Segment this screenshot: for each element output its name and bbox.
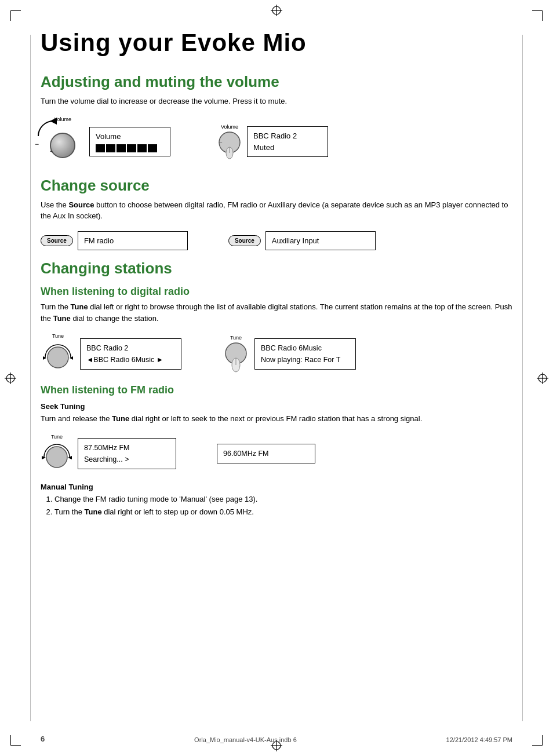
vol-bar-2 <box>106 144 115 152</box>
volume-display: Volume <box>89 127 170 157</box>
seek-after: dial right or left to seek to the next o… <box>129 414 422 423</box>
source-heading: Change source <box>41 177 512 195</box>
digital-tune-label: Tune <box>52 333 64 339</box>
reg-mark-right <box>537 372 548 384</box>
footer: 6 Orla_Mio_manual-v4-UK-Aus.indb 6 12/21… <box>0 735 553 743</box>
volume-dial-item: Volume <box>41 116 170 167</box>
manual-list: Change the FM radio tuning mode to 'Manu… <box>54 494 512 519</box>
source-body: Use the Source button to choose between … <box>41 199 512 222</box>
mute-display: BBC Radio 2 Muted <box>247 126 328 157</box>
svg-text:−: − <box>219 139 223 145</box>
volume-illustrations: Volume <box>41 116 512 167</box>
page: Using your Evoke Mio Adjusting and mutin… <box>0 0 553 756</box>
volume-dial-wrap: Volume <box>41 116 85 167</box>
source-fm-display: FM radio <box>78 231 188 251</box>
source-aux-item: Source Auxiliary Input <box>228 231 376 251</box>
source-aux-display: Auxiliary Input <box>265 231 376 251</box>
digital-display1-line1: BBC Radio 2 <box>86 342 175 354</box>
seek-display1-line1: 87.50MHz FM <box>84 442 170 454</box>
vol-bar-1 <box>96 144 105 152</box>
digital-push-label: Tune <box>230 335 242 341</box>
hand-press-icon: − <box>217 131 242 160</box>
mute-display-line2: Muted <box>253 142 322 154</box>
digital-tune-display2: BBC Radio 6Music Now playing: Race For T <box>254 338 356 370</box>
svg-point-20 <box>48 347 68 368</box>
digital-bold2: Tune <box>53 314 71 323</box>
source-btn-2[interactable]: Source <box>228 235 261 246</box>
svg-marker-19 <box>70 356 73 360</box>
svg-point-24 <box>46 447 67 468</box>
digital-sub-heading: When listening to digital radio <box>41 286 512 298</box>
vol-bar-4 <box>127 144 136 152</box>
seek-dial-svg <box>41 441 73 473</box>
mute-display-line1: BBC Radio 2 <box>253 130 322 142</box>
seek-dial-label: Tune <box>51 434 63 440</box>
mute-dial-label: Volume <box>221 124 238 130</box>
mute-dial-wrap: Volume − <box>217 124 242 160</box>
seek-tune-item: Tune 87.50MHz FM Searching... > <box>41 434 176 473</box>
digital-push-dial-wrap: Tune <box>222 335 250 373</box>
footer-date: 12/21/2012 4:49:57 PM <box>446 736 512 743</box>
manual-item-2-text: Turn the Tune dial right or left to step… <box>54 507 254 516</box>
digital-display1-line2: ◄BBC Radio 6Music ► <box>86 354 175 366</box>
source-body-after: button to choose between digital radio, … <box>41 200 508 221</box>
digital-turn-dial-wrap: Tune <box>41 333 75 375</box>
seek-dial-container <box>41 441 73 473</box>
digital-turn-item: Tune BBC Radio 2 ◄BBC Radio 6Music ► <box>41 333 181 375</box>
svg-marker-18 <box>43 356 46 360</box>
svg-text:−: − <box>35 140 39 148</box>
vol-bar-5 <box>137 144 147 152</box>
digital-push-hand <box>222 342 250 373</box>
corner-mark-tr <box>532 10 543 21</box>
footer-file: Orla_Mio_manual-v4-UK-Aus.indb 6 <box>194 736 297 743</box>
volume-bars <box>96 144 164 152</box>
volume-dial <box>50 133 75 158</box>
fm-sub-heading: When listening to FM radio <box>41 384 512 396</box>
digital-body: Turn the Tune dial left or right to brow… <box>41 301 512 324</box>
vol-bar-6 <box>148 144 157 152</box>
manual-item-1: Change the FM radio tuning mode to 'Manu… <box>54 494 512 506</box>
volume-heading: Adjusting and muting the volume <box>41 73 512 91</box>
seek-display1-line2: Searching... > <box>84 454 170 465</box>
digital-bold1: Tune <box>71 302 88 311</box>
page-number: 6 <box>41 735 45 743</box>
mute-dial-item: Volume − BBC Radio 2 Muted <box>217 124 328 160</box>
digital-dial-arrows <box>41 340 75 375</box>
seek-bold: Tune <box>112 414 129 423</box>
reg-mark-left <box>5 372 16 384</box>
seek-display1: 87.50MHz FM Searching... > <box>78 438 176 469</box>
digital-after: dial to change the station. <box>71 314 159 323</box>
seek-body: Turn and release the Tune dial right or … <box>41 413 512 425</box>
volume-body: Turn the volume dial to increase or decr… <box>41 96 512 107</box>
manual-item-2: Turn the Tune dial right or left to step… <box>54 506 512 518</box>
reg-mark-top <box>271 5 282 16</box>
digital-display2-line1: BBC Radio 6Music <box>261 342 350 354</box>
seek-dial-wrap: Tune <box>41 434 73 473</box>
seek-display2: 96.60MHz FM <box>217 444 315 463</box>
source-bold: Source <box>68 200 94 209</box>
seek-display2-line1: 96.60MHz FM <box>223 448 309 459</box>
seek-illustrations: Tune 87.50MHz FM Searching... > <box>41 434 512 473</box>
volume-display-label: Volume <box>96 131 164 143</box>
source-illustrations: Source FM radio Source Auxiliary Input <box>41 231 512 251</box>
left-border <box>30 35 31 721</box>
digital-tune-display1: BBC Radio 2 ◄BBC Radio 6Music ► <box>80 338 181 370</box>
manual-sub-sub-heading: Manual Tuning <box>41 483 512 491</box>
vol-bar-3 <box>117 144 126 152</box>
stations-heading: Changing stations <box>41 260 512 277</box>
main-title: Using your Evoke Mio <box>41 29 512 57</box>
digital-dial-container <box>41 340 75 375</box>
manual-item-1-text: Change the FM radio tuning mode to 'Manu… <box>54 495 257 503</box>
manual-tune-bold: Tune <box>85 507 102 516</box>
source-btn-1[interactable]: Source <box>41 235 73 246</box>
digital-push-item: Tune BBC Radio 6Music Now playing: Race … <box>222 335 356 373</box>
source-fm-item: Source FM radio <box>41 231 188 251</box>
seek-result-item: 96.60MHz FM <box>217 444 315 463</box>
right-border <box>522 35 523 721</box>
volume-dial-container: − + <box>41 123 85 167</box>
digital-display2-line2: Now playing: Race For T <box>261 354 350 366</box>
corner-mark-tl <box>10 10 21 21</box>
seek-sub-sub-heading: Seek Tuning <box>41 402 512 411</box>
digital-tune-illustrations: Tune BBC Radio 2 ◄BBC Radio 6Music ► <box>41 333 512 375</box>
